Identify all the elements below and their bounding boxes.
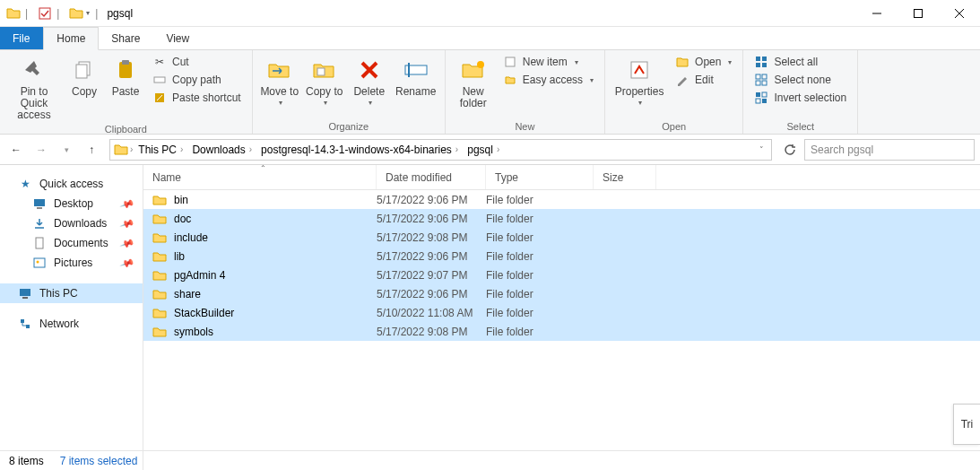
- file-type: File folder: [486, 213, 594, 225]
- table-row[interactable]: StackBuilder5/10/2022 11:08 AMFile folde…: [143, 303, 980, 322]
- file-type: File folder: [486, 194, 594, 206]
- sort-chevron-icon: ⌃: [260, 164, 266, 172]
- new-item-button[interactable]: New item▾: [499, 54, 597, 70]
- copy-button[interactable]: Copy: [66, 54, 102, 98]
- address-dropdown-icon[interactable]: ˅: [756, 145, 768, 154]
- properties-button[interactable]: Properties▾: [612, 54, 666, 108]
- file-date: 5/17/2022 9:08 PM: [377, 231, 486, 244]
- file-date: 5/17/2022 9:06 PM: [377, 250, 486, 263]
- column-type[interactable]: Type: [486, 165, 594, 189]
- separator: |: [56, 7, 59, 20]
- breadcrumb[interactable]: Downloads›: [188, 144, 256, 156]
- up-button[interactable]: ↑: [81, 139, 102, 161]
- svg-rect-0: [39, 8, 50, 19]
- search-input[interactable]: Search pgsql: [804, 139, 975, 161]
- address-bar[interactable]: › This PC› Downloads› postgresql-14.3-1-…: [109, 139, 772, 161]
- nav-network[interactable]: Network: [0, 314, 143, 334]
- file-type: File folder: [486, 269, 594, 282]
- move-to-button[interactable]: Move to▾: [260, 54, 299, 108]
- chevron-right-icon[interactable]: ›: [130, 144, 133, 154]
- file-type: File folder: [486, 288, 594, 300]
- tab-share[interactable]: Share: [99, 27, 153, 49]
- recent-locations-button[interactable]: ▾: [56, 139, 77, 161]
- file-list: Name⌃ Date modified Type Size bin5/17/20…: [143, 165, 980, 470]
- group-organize: Move to▾ Copy to▾ Delete▾ Rename Organiz…: [253, 50, 446, 134]
- edit-icon: [675, 73, 689, 87]
- group-clipboard: Pin to Quick access Copy Paste ✂Cut Copy…: [0, 50, 253, 134]
- folder-icon: [152, 193, 167, 207]
- svg-rect-17: [762, 63, 767, 67]
- file-date: 5/17/2022 9:06 PM: [377, 194, 486, 206]
- chevron-right-icon[interactable]: ›: [497, 144, 499, 154]
- delete-button[interactable]: Delete▾: [350, 54, 389, 108]
- cut-button[interactable]: ✂Cut: [149, 54, 245, 70]
- copy-path-button[interactable]: Copy path: [149, 72, 245, 88]
- table-row[interactable]: doc5/17/2022 9:06 PMFile folder: [143, 209, 980, 228]
- copy-to-button[interactable]: Copy to▾: [305, 54, 344, 108]
- table-row[interactable]: bin5/17/2022 9:06 PMFile folder: [143, 190, 980, 209]
- maximize-button[interactable]: [898, 0, 939, 27]
- tab-view[interactable]: View: [153, 27, 203, 49]
- select-all-button[interactable]: Select all: [750, 54, 850, 70]
- chevron-right-icon[interactable]: ›: [455, 144, 458, 154]
- svg-rect-25: [762, 99, 767, 103]
- nav-documents[interactable]: Documents📌: [0, 233, 143, 253]
- file-name: StackBuilder: [174, 307, 234, 319]
- svg-rect-21: [762, 81, 767, 85]
- breadcrumb[interactable]: postgresql-14.3-1-windows-x64-binaries›: [257, 144, 462, 156]
- svg-rect-29: [34, 258, 45, 267]
- nav-pictures[interactable]: Pictures📌: [0, 253, 143, 273]
- minimize-button[interactable]: [856, 0, 898, 27]
- breadcrumb[interactable]: pgsql›: [464, 144, 503, 156]
- svg-rect-1: [915, 9, 923, 17]
- chevron-right-icon[interactable]: ›: [180, 144, 183, 154]
- table-row[interactable]: pgAdmin 45/17/2022 9:07 PMFile folder: [143, 265, 980, 284]
- column-name[interactable]: Name⌃: [143, 165, 377, 189]
- column-size[interactable]: Size: [594, 165, 656, 189]
- invert-selection-button[interactable]: Invert selection: [750, 90, 850, 106]
- rename-button[interactable]: Rename: [395, 54, 438, 98]
- svg-rect-28: [36, 238, 43, 248]
- file-name: symbols: [174, 326, 213, 338]
- nav-downloads[interactable]: Downloads📌: [0, 213, 143, 233]
- refresh-button[interactable]: [779, 140, 801, 160]
- table-row[interactable]: symbols5/17/2022 9:08 PMFile folder: [143, 322, 980, 341]
- file-name: doc: [174, 213, 191, 225]
- file-name: share: [174, 288, 201, 300]
- copy-icon: [70, 56, 99, 84]
- nav-this-pc[interactable]: This PC: [0, 283, 143, 303]
- pin-to-quick-access-button[interactable]: Pin to Quick access: [7, 54, 61, 122]
- column-date[interactable]: Date modified: [377, 165, 486, 189]
- column-headers: Name⌃ Date modified Type Size: [143, 165, 980, 190]
- easy-access-button[interactable]: Easy access▾: [499, 72, 597, 88]
- file-date: 5/17/2022 9:08 PM: [377, 326, 486, 338]
- new-folder-button[interactable]: New folder: [453, 54, 494, 109]
- qat-checkbox-icon[interactable]: [37, 5, 53, 22]
- forward-button[interactable]: →: [30, 139, 52, 161]
- pictures-icon: [32, 256, 47, 270]
- folder-icon: [152, 268, 167, 283]
- status-selected-count: 7 items selected: [60, 455, 138, 467]
- side-panel-tab[interactable]: Tri: [953, 404, 980, 445]
- chevron-right-icon[interactable]: ›: [249, 144, 252, 154]
- nav-quick-access[interactable]: ★Quick access: [0, 174, 143, 194]
- table-row[interactable]: share5/17/2022 9:06 PMFile folder: [143, 284, 980, 303]
- select-all-icon: [754, 55, 768, 69]
- back-button[interactable]: ←: [5, 139, 27, 161]
- table-row[interactable]: include5/17/2022 9:08 PMFile folder: [143, 228, 980, 247]
- close-button[interactable]: [939, 0, 980, 27]
- tab-file[interactable]: File: [0, 27, 43, 49]
- breadcrumb[interactable]: This PC›: [134, 144, 186, 156]
- table-row[interactable]: lib5/17/2022 9:06 PMFile folder: [143, 247, 980, 265]
- edit-button[interactable]: Edit: [672, 72, 735, 88]
- select-none-button[interactable]: Select none: [750, 72, 850, 88]
- tab-home[interactable]: Home: [43, 27, 99, 50]
- file-name: lib: [174, 250, 185, 263]
- paste-button[interactable]: Paste: [108, 54, 143, 98]
- paste-shortcut-button[interactable]: Paste shortcut: [149, 90, 245, 106]
- qat-dropdown-icon[interactable]: ▾: [86, 9, 90, 17]
- svg-rect-33: [21, 319, 24, 323]
- nav-desktop[interactable]: Desktop📌: [0, 194, 143, 213]
- open-button[interactable]: Open▾: [672, 54, 735, 70]
- new-folder-icon: [459, 56, 488, 84]
